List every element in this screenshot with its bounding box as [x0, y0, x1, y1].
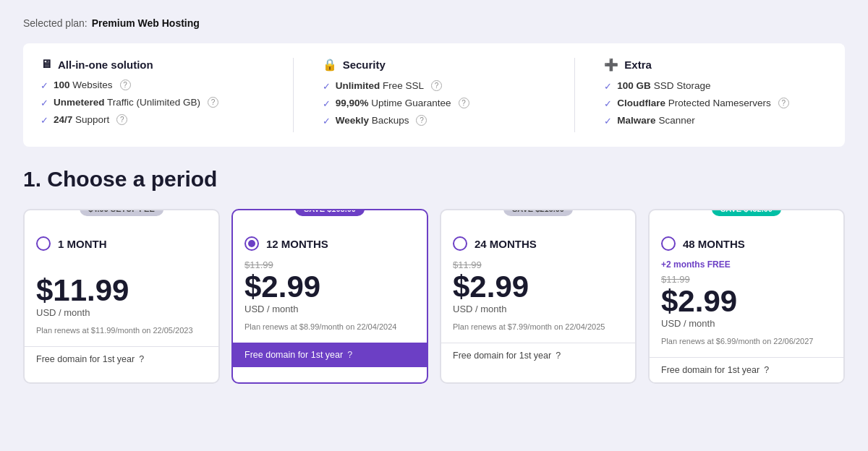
- radio-48months[interactable]: [661, 236, 676, 251]
- extra-icon: ➕: [604, 58, 618, 72]
- plan-period-12months: USD / month: [244, 304, 415, 314]
- feature-item: ✓ Unlimited Free SSL ?: [323, 80, 546, 92]
- help-icon[interactable]: ?: [347, 350, 352, 360]
- security-icon: 🔒: [323, 58, 337, 72]
- plan-name-24months: 24 MONTHS: [475, 238, 537, 250]
- plan-renew-12months: Plan renews at $8.99/month on 22/04/2024: [244, 322, 415, 332]
- feature-col-all-in-one: 🖥 All-in-one solution ✓ 100 Websites ? ✓…: [41, 58, 264, 132]
- feature-item: ✓ 24/7 Support ?: [41, 114, 264, 126]
- check-icon: ✓: [323, 81, 331, 92]
- feature-item: ✓ 100 GB SSD Storage: [604, 80, 827, 92]
- help-icon[interactable]: ?: [139, 354, 144, 364]
- plan-card-48months[interactable]: SAVE $432.00 48 MONTHS +2 months FREE $1…: [648, 209, 845, 384]
- feature-item: ✓ 100 Websites ?: [41, 80, 264, 91]
- plan-badge-1month: $4.99 SETUP FEE: [80, 209, 163, 216]
- plan-period-1month: USD / month: [36, 307, 207, 318]
- help-icon[interactable]: ?: [431, 80, 442, 91]
- plan-renew-24months: Plan renews at $7.99/month on 22/04/2025: [453, 322, 624, 332]
- plan-header-1month: 1 MONTH: [36, 229, 207, 251]
- plan-header-24months: 24 MONTHS: [453, 229, 624, 251]
- plan-footer-1month[interactable]: Free domain for 1st year ?: [25, 346, 218, 371]
- plan-original-price-48months: $11.99: [661, 274, 832, 285]
- features-section: 🖥 All-in-one solution ✓ 100 Websites ? ✓…: [23, 43, 845, 147]
- plan-footer-24months[interactable]: Free domain for 1st year ?: [441, 343, 635, 368]
- feature-col-extra: ➕ Extra ✓ 100 GB SSD Storage ✓ Cloudflar…: [604, 58, 827, 132]
- feature-col-security: 🔒 Security ✓ Unlimited Free SSL ? ✓ 99,9…: [323, 58, 546, 132]
- plan-renew-1month: Plan renews at $11.99/month on 22/05/202…: [36, 325, 207, 336]
- all-in-one-icon: 🖥: [41, 58, 52, 71]
- plan-price-12months: $2.99: [244, 272, 415, 302]
- plan-original-price-24months: $11.99: [453, 259, 624, 270]
- check-icon: ✓: [604, 116, 612, 126]
- help-icon[interactable]: ?: [416, 115, 427, 126]
- plan-card-24months[interactable]: SAVE $216.00 24 MONTHS $11.99 $2.99 USD …: [440, 209, 637, 384]
- choose-period-title: 1. Choose a period: [23, 167, 845, 192]
- plan-renew-48months: Plan renews at $6.99/month on 22/06/2027: [661, 336, 832, 347]
- plan-price-48months: $2.99: [661, 286, 832, 317]
- check-icon: ✓: [604, 81, 612, 92]
- help-icon[interactable]: ?: [208, 97, 218, 108]
- plan-name-1month: 1 MONTH: [58, 238, 107, 250]
- plan-header-48months: 48 MONTHS: [661, 229, 832, 251]
- feature-col-title-all-in-one: 🖥 All-in-one solution: [41, 58, 264, 71]
- check-icon: ✓: [323, 116, 331, 126]
- help-icon[interactable]: ?: [120, 80, 131, 90]
- selected-plan-name: Premium Web Hosting: [92, 17, 200, 29]
- plan-card-1month[interactable]: $4.99 SETUP FEE 1 MONTH $11.99 USD / mon…: [23, 209, 220, 384]
- plan-original-price-12months: $11.99: [244, 259, 415, 270]
- check-icon: ✓: [41, 115, 48, 126]
- feature-item: ✓ Unmetered Traffic (Unlimited GB) ?: [41, 97, 264, 108]
- plan-header-12months: 12 MONTHS: [244, 229, 415, 251]
- help-icon[interactable]: ?: [116, 114, 127, 125]
- plan-badge-24months: SAVE $216.00: [503, 209, 573, 216]
- check-icon: ✓: [41, 80, 48, 91]
- selected-plan-header: Selected plan: Premium Web Hosting: [23, 17, 845, 29]
- radio-24months[interactable]: [453, 236, 467, 251]
- feature-col-title-security: 🔒 Security: [323, 58, 546, 72]
- help-icon[interactable]: ?: [459, 98, 469, 108]
- plan-period-48months: USD / month: [661, 318, 832, 329]
- check-icon: ✓: [604, 98, 612, 109]
- plan-period-24months: USD / month: [453, 304, 624, 314]
- selected-plan-label: Selected plan:: [23, 17, 88, 29]
- plan-bonus-48months: +2 months FREE: [661, 259, 832, 270]
- check-icon: ✓: [41, 98, 48, 108]
- help-icon[interactable]: ?: [556, 351, 561, 361]
- plan-name-12months: 12 MONTHS: [266, 238, 328, 250]
- plan-price-24months: $2.99: [453, 272, 624, 302]
- plan-badge-48months: SAVE $432.00: [712, 209, 781, 216]
- feature-item: ✓ Malware Scanner: [604, 115, 827, 126]
- feature-item: ✓ Weekly Backups ?: [323, 115, 546, 126]
- plan-footer-12months[interactable]: Free domain for 1st year ?: [233, 343, 427, 367]
- plan-card-12months[interactable]: SAVE $108.00 12 MONTHS $11.99 $2.99 USD …: [231, 209, 428, 384]
- radio-1month[interactable]: [36, 236, 51, 251]
- help-icon[interactable]: ?: [764, 365, 769, 375]
- plan-name-48months: 48 MONTHS: [683, 238, 745, 250]
- plan-price-1month: $11.99: [36, 275, 207, 306]
- radio-12months[interactable]: [244, 236, 259, 251]
- feature-col-title-extra: ➕ Extra: [604, 58, 827, 72]
- plan-badge-12months: SAVE $108.00: [295, 209, 365, 216]
- help-icon[interactable]: ?: [778, 98, 789, 108]
- check-icon: ✓: [323, 98, 331, 109]
- plans-grid: $4.99 SETUP FEE 1 MONTH $11.99 USD / mon…: [23, 209, 845, 384]
- feature-item: ✓ Cloudflare Protected Nameservers ?: [604, 98, 827, 109]
- plan-footer-48months[interactable]: Free domain for 1st year ?: [650, 357, 843, 382]
- feature-item: ✓ 99,90% Uptime Guarantee ?: [323, 98, 546, 109]
